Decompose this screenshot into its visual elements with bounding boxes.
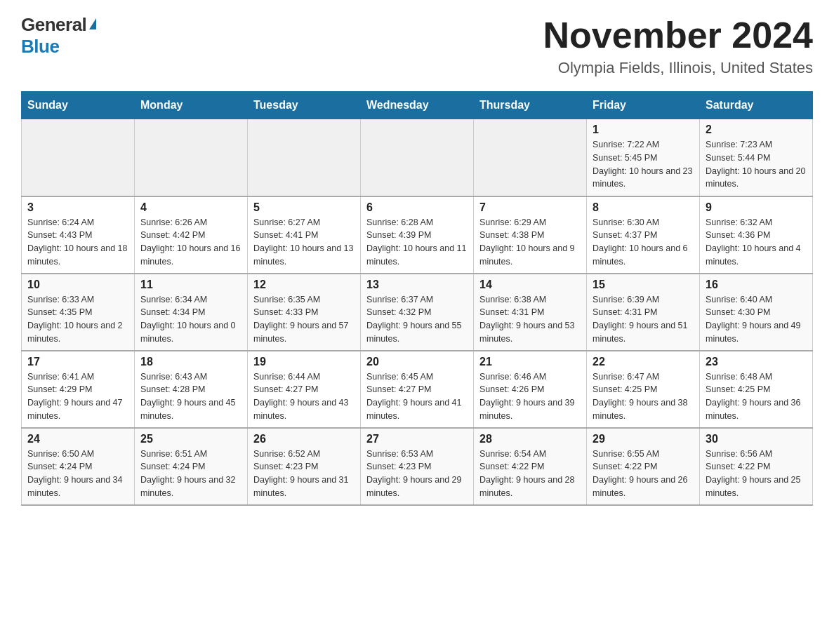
day-header-monday: Monday: [135, 92, 248, 119]
day-sun-info: Sunrise: 6:43 AMSunset: 4:28 PMDaylight:…: [140, 370, 241, 423]
day-sun-info: Sunrise: 6:27 AMSunset: 4:41 PMDaylight:…: [253, 216, 355, 269]
calendar-week-row: 24Sunrise: 6:50 AMSunset: 4:24 PMDayligh…: [22, 428, 813, 505]
day-sun-info: Sunrise: 6:55 AMSunset: 4:22 PMDaylight:…: [593, 448, 694, 500]
calendar-cell: 10Sunrise: 6:33 AMSunset: 4:35 PMDayligh…: [22, 274, 135, 351]
calendar-week-row: 17Sunrise: 6:41 AMSunset: 4:29 PMDayligh…: [22, 351, 813, 428]
day-header-wednesday: Wednesday: [361, 92, 474, 119]
calendar-cell: [22, 119, 135, 196]
day-sun-info: Sunrise: 7:23 AMSunset: 5:44 PMDaylight:…: [706, 138, 807, 191]
logo-general: General: [21, 14, 86, 36]
calendar-cell: 14Sunrise: 6:38 AMSunset: 4:31 PMDayligh…: [474, 274, 587, 351]
day-sun-info: Sunrise: 6:52 AMSunset: 4:23 PMDaylight:…: [253, 448, 355, 500]
calendar-cell: 22Sunrise: 6:47 AMSunset: 4:25 PMDayligh…: [587, 351, 700, 428]
calendar-cell: 15Sunrise: 6:39 AMSunset: 4:31 PMDayligh…: [587, 274, 700, 351]
logo-blue: Blue: [21, 36, 59, 58]
calendar-cell: 6Sunrise: 6:28 AMSunset: 4:39 PMDaylight…: [361, 196, 474, 274]
day-number: 4: [140, 201, 241, 214]
day-sun-info: Sunrise: 6:47 AMSunset: 4:25 PMDaylight:…: [593, 370, 694, 423]
day-number: 5: [253, 201, 355, 214]
day-sun-info: Sunrise: 6:24 AMSunset: 4:43 PMDaylight:…: [27, 216, 128, 269]
day-sun-info: Sunrise: 6:34 AMSunset: 4:34 PMDaylight:…: [140, 293, 241, 346]
day-number: 27: [366, 433, 468, 445]
logo: General Blue: [21, 14, 96, 58]
day-sun-info: Sunrise: 6:45 AMSunset: 4:27 PMDaylight:…: [366, 370, 468, 423]
day-number: 25: [140, 433, 241, 445]
calendar-cell: 12Sunrise: 6:35 AMSunset: 4:33 PMDayligh…: [248, 274, 361, 351]
day-sun-info: Sunrise: 6:38 AMSunset: 4:31 PMDaylight:…: [479, 293, 581, 346]
day-sun-info: Sunrise: 6:39 AMSunset: 4:31 PMDaylight:…: [593, 293, 694, 346]
day-number: 14: [479, 279, 581, 291]
calendar-cell: [361, 119, 474, 196]
day-sun-info: Sunrise: 6:26 AMSunset: 4:42 PMDaylight:…: [140, 216, 241, 269]
day-number: 6: [366, 201, 468, 214]
calendar-cell: [248, 119, 361, 196]
day-sun-info: Sunrise: 6:32 AMSunset: 4:36 PMDaylight:…: [706, 216, 807, 269]
calendar-cell: 1Sunrise: 7:22 AMSunset: 5:45 PMDaylight…: [587, 119, 700, 196]
calendar-cell: 20Sunrise: 6:45 AMSunset: 4:27 PMDayligh…: [361, 351, 474, 428]
calendar-week-row: 10Sunrise: 6:33 AMSunset: 4:35 PMDayligh…: [22, 274, 813, 351]
calendar-header-row: SundayMondayTuesdayWednesdayThursdayFrid…: [22, 92, 813, 119]
day-number: 20: [366, 356, 468, 368]
day-header-thursday: Thursday: [474, 92, 587, 119]
calendar-week-row: 1Sunrise: 7:22 AMSunset: 5:45 PMDaylight…: [22, 119, 813, 196]
location: Olympia Fields, Illinois, United States: [543, 59, 813, 77]
day-number: 18: [140, 356, 241, 368]
day-number: 26: [253, 433, 355, 445]
calendar-week-row: 3Sunrise: 6:24 AMSunset: 4:43 PMDaylight…: [22, 196, 813, 274]
day-sun-info: Sunrise: 6:30 AMSunset: 4:37 PMDaylight:…: [593, 216, 694, 269]
calendar-cell: 17Sunrise: 6:41 AMSunset: 4:29 PMDayligh…: [22, 351, 135, 428]
calendar-cell: [474, 119, 587, 196]
calendar-cell: 21Sunrise: 6:46 AMSunset: 4:26 PMDayligh…: [474, 351, 587, 428]
day-number: 13: [366, 279, 468, 291]
day-number: 9: [706, 201, 807, 214]
day-number: 29: [593, 433, 694, 445]
day-number: 12: [253, 279, 355, 291]
calendar-cell: 25Sunrise: 6:51 AMSunset: 4:24 PMDayligh…: [135, 428, 248, 505]
day-sun-info: Sunrise: 6:51 AMSunset: 4:24 PMDaylight:…: [140, 448, 241, 500]
day-sun-info: Sunrise: 6:46 AMSunset: 4:26 PMDaylight:…: [479, 370, 581, 423]
day-sun-info: Sunrise: 6:28 AMSunset: 4:39 PMDaylight:…: [366, 216, 468, 269]
day-sun-info: Sunrise: 6:56 AMSunset: 4:22 PMDaylight:…: [706, 448, 807, 500]
day-header-sunday: Sunday: [22, 92, 135, 119]
day-number: 23: [706, 356, 807, 368]
calendar-cell: 5Sunrise: 6:27 AMSunset: 4:41 PMDaylight…: [248, 196, 361, 274]
day-sun-info: Sunrise: 6:41 AMSunset: 4:29 PMDaylight:…: [27, 370, 128, 423]
day-sun-info: Sunrise: 6:53 AMSunset: 4:23 PMDaylight:…: [366, 448, 468, 500]
calendar-cell: 7Sunrise: 6:29 AMSunset: 4:38 PMDaylight…: [474, 196, 587, 274]
calendar-cell: 4Sunrise: 6:26 AMSunset: 4:42 PMDaylight…: [135, 196, 248, 274]
calendar-table: SundayMondayTuesdayWednesdayThursdayFrid…: [21, 91, 813, 506]
day-number: 19: [253, 356, 355, 368]
day-number: 1: [593, 123, 694, 136]
day-number: 17: [27, 356, 128, 368]
calendar-cell: 16Sunrise: 6:40 AMSunset: 4:30 PMDayligh…: [700, 274, 813, 351]
day-sun-info: Sunrise: 6:50 AMSunset: 4:24 PMDaylight:…: [27, 448, 128, 500]
calendar-cell: 13Sunrise: 6:37 AMSunset: 4:32 PMDayligh…: [361, 274, 474, 351]
day-number: 11: [140, 279, 241, 291]
day-sun-info: Sunrise: 6:37 AMSunset: 4:32 PMDaylight:…: [366, 293, 468, 346]
day-number: 2: [706, 123, 807, 136]
calendar-cell: 29Sunrise: 6:55 AMSunset: 4:22 PMDayligh…: [587, 428, 700, 505]
day-number: 22: [593, 356, 694, 368]
day-sun-info: Sunrise: 6:44 AMSunset: 4:27 PMDaylight:…: [253, 370, 355, 423]
calendar-cell: [135, 119, 248, 196]
day-sun-info: Sunrise: 6:33 AMSunset: 4:35 PMDaylight:…: [27, 293, 128, 346]
calendar-cell: 9Sunrise: 6:32 AMSunset: 4:36 PMDaylight…: [700, 196, 813, 274]
day-number: 30: [706, 433, 807, 445]
day-header-friday: Friday: [587, 92, 700, 119]
calendar-cell: 3Sunrise: 6:24 AMSunset: 4:43 PMDaylight…: [22, 196, 135, 274]
day-number: 21: [479, 356, 581, 368]
day-number: 28: [479, 433, 581, 445]
calendar-cell: 18Sunrise: 6:43 AMSunset: 4:28 PMDayligh…: [135, 351, 248, 428]
calendar-cell: 27Sunrise: 6:53 AMSunset: 4:23 PMDayligh…: [361, 428, 474, 505]
title-section: November 2024 Olympia Fields, Illinois, …: [543, 14, 813, 77]
calendar-cell: 19Sunrise: 6:44 AMSunset: 4:27 PMDayligh…: [248, 351, 361, 428]
day-number: 15: [593, 279, 694, 291]
calendar-cell: 28Sunrise: 6:54 AMSunset: 4:22 PMDayligh…: [474, 428, 587, 505]
calendar-cell: 26Sunrise: 6:52 AMSunset: 4:23 PMDayligh…: [248, 428, 361, 505]
day-number: 24: [27, 433, 128, 445]
day-number: 16: [706, 279, 807, 291]
day-header-tuesday: Tuesday: [248, 92, 361, 119]
day-sun-info: Sunrise: 7:22 AMSunset: 5:45 PMDaylight:…: [593, 138, 694, 191]
day-number: 10: [27, 279, 128, 291]
logo-triangle-icon: [89, 18, 96, 29]
